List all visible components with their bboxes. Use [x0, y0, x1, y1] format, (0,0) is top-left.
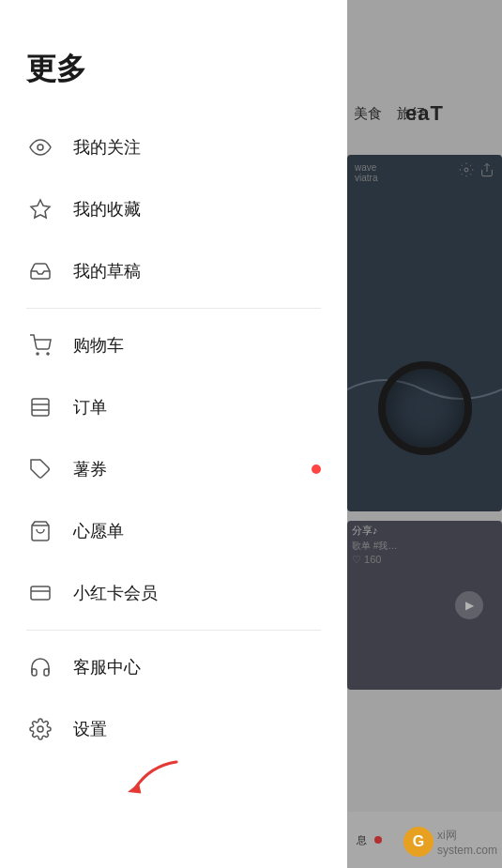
menu-label-my-follow: 我的关注 — [73, 136, 141, 159]
menu-label-settings: 设置 — [73, 718, 107, 740]
menu-item-coupons[interactable]: 薯券 — [0, 438, 347, 500]
divider-2 — [26, 630, 321, 631]
svg-point-2 — [38, 145, 43, 150]
card-icon — [26, 579, 54, 607]
watermark-domain: system.com — [437, 844, 497, 857]
menu-item-settings[interactable]: 设置 — [0, 698, 347, 760]
menu-title: 更多 — [0, 0, 347, 116]
menu-label-wishlist: 心愿单 — [73, 520, 124, 542]
inbox-icon — [26, 257, 54, 285]
menu-item-my-favorites[interactable]: 我的收藏 — [0, 178, 347, 240]
arrow-indicator — [113, 754, 188, 804]
menu-item-orders[interactable]: 订单 — [0, 376, 347, 438]
svg-point-13 — [38, 726, 43, 732]
watermark: G xi网 system.com — [403, 827, 497, 857]
menu-label-coupons: 薯券 — [73, 458, 107, 480]
menu-item-shopping-cart[interactable]: 购物车 — [0, 314, 347, 376]
svg-point-5 — [47, 353, 49, 355]
menu-item-my-drafts[interactable]: 我的草稿 — [0, 240, 347, 302]
overlay-dim[interactable] — [347, 0, 502, 868]
menu-label-my-favorites: 我的收藏 — [73, 198, 141, 221]
svg-rect-6 — [32, 399, 49, 416]
menu-panel: 更多 我的关注 我的收藏 我的草稿 — [0, 0, 347, 868]
bag-icon — [26, 517, 54, 545]
menu-label-orders: 订单 — [73, 396, 107, 419]
svg-marker-14 — [128, 783, 141, 793]
menu-label-vip: 小红卡会员 — [73, 582, 158, 604]
cart-icon — [26, 331, 54, 359]
gear-icon — [26, 715, 54, 743]
tag-icon — [26, 455, 54, 483]
menu-label-service: 客服中心 — [73, 656, 141, 678]
watermark-site: xi网 — [437, 828, 497, 844]
headset-icon — [26, 653, 54, 681]
svg-point-4 — [37, 353, 38, 355]
list-icon — [26, 393, 54, 421]
svg-marker-3 — [31, 200, 50, 218]
star-icon — [26, 195, 54, 223]
menu-item-vip[interactable]: 小红卡会员 — [0, 562, 347, 624]
svg-rect-11 — [31, 586, 50, 600]
coupons-badge — [312, 464, 321, 474]
menu-label-my-drafts: 我的草稿 — [73, 260, 141, 282]
eye-icon — [26, 133, 54, 161]
menu-item-my-follow[interactable]: 我的关注 — [0, 116, 347, 178]
watermark-icon: G — [403, 827, 434, 857]
menu-label-shopping-cart: 购物车 — [73, 334, 124, 357]
divider-1 — [26, 308, 321, 309]
menu-item-service[interactable]: 客服中心 — [0, 636, 347, 698]
menu-item-wishlist[interactable]: 心愿单 — [0, 500, 347, 562]
